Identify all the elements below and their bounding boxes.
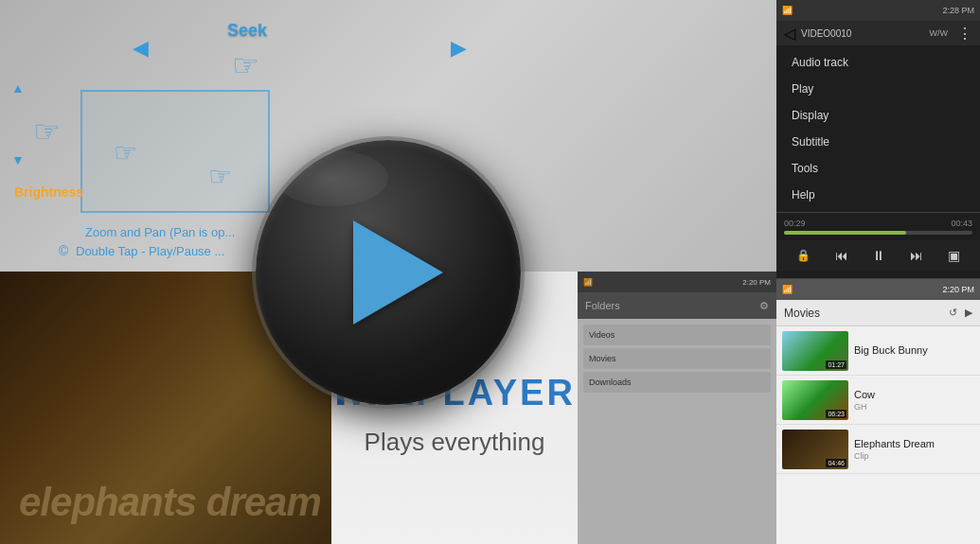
folders-header: Folders ⚙ [578,292,776,319]
play-circle[interactable] [256,140,521,405]
cow-name: Cow [854,389,974,400]
folders-screen: 📶 2:20 PM Folders ⚙ Videos Movies Downlo… [578,272,776,544]
sidebar-bottom-status-bar: 📶 2:20 PM [776,279,980,300]
elephant-duration: 04:46 [826,459,846,467]
elephant-name: Elephants Dream [854,438,974,449]
more-icon[interactable]: ⋮ [957,25,972,43]
play-button-container[interactable] [256,140,521,405]
screen-icon[interactable]: ▣ [948,248,960,263]
sidebar-time: 2:28 PM [942,6,974,15]
audio-track-label: Audio track [792,56,848,69]
movie-thumb-elephant: 04:46 [782,430,848,469]
player-controls: 🔒 ⏮ ⏸ ⏭ ▣ [776,240,980,271]
progress-area: 00:29 00:43 [776,212,980,240]
bbb-duration: 01:27 [826,360,846,369]
menu-item-help[interactable]: Help [776,182,980,208]
pause-icon[interactable]: ⏸ [872,248,885,263]
main-container: ▲ ▼ Seek ◀ ▶ ☞ ☞ ☞ ☞ Brightness [0,0,980,544]
double-tap-label: Double Tap - Play/Pause ... [76,244,224,258]
left-area: ▲ ▼ Seek ◀ ▶ ☞ ☞ ☞ ☞ Brightness [0,0,776,544]
copyright-icon: © [59,243,68,258]
folder-item: Movies [583,348,771,369]
status-icons-top: 📶 [782,6,793,15]
total-time: 00:43 [951,219,972,228]
folder-item: Downloads [583,372,771,393]
cow-duration: 06:23 [826,410,846,418]
movie-item-elephant[interactable]: 04:46 Elephants Dream Clip [776,425,980,474]
movie-thumb-bbb: 01:27 [782,331,848,371]
video-title-bar: ◁ VIDEO0010 W/W ⋮ [776,21,980,45]
zoom-pan-label: Zoom and Pan (Pan is op... [85,225,235,239]
subtitle-label: Subtitle [792,135,829,149]
folders-title: Folders [585,300,620,311]
tagline: Plays everything [365,428,545,457]
prev-icon[interactable]: ⏮ [835,248,848,263]
progress-bar-bg[interactable] [784,231,972,235]
folder-item: Videos [583,325,771,345]
tools-label: Tools [792,162,818,175]
zoom-hand2-icon: ☞ [208,161,232,192]
movie-item-bbb[interactable]: 01:27 Big Buck Bunny [776,326,980,376]
folders-status-bar: 📶 2:20 PM [578,272,776,292]
menu-item-audio-track[interactable]: Audio track [776,49,980,76]
current-time: 00:29 [784,219,806,228]
gesture-box [80,90,270,213]
play-all-icon[interactable]: ▶ [965,307,972,319]
brightness-hand-icon: ☞ [33,114,61,149]
movies-header: Movies ↺ ▶ [776,300,980,326]
lock-icon[interactable]: 🔒 [796,249,811,262]
brightness-arrows: ▲ ▼ [11,80,25,167]
movie-item-cow[interactable]: 06:23 Cow GH [776,376,980,425]
sidebar-movies: 📶 2:20 PM Movies ↺ ▶ 01:27 Big Buck Bunn… [776,279,980,544]
seek-arrows: ◀ ▶ [133,36,495,61]
help-label: Help [792,188,815,202]
settings-icon[interactable]: ⚙ [759,300,769,312]
display-label: Display [792,109,829,122]
back-icon[interactable]: ◁ [784,25,795,43]
sidebar-video-menu: 📶 2:28 PM ◁ VIDEO0010 W/W ⋮ Audio track … [776,0,980,279]
right-sidebar: 📶 2:28 PM ◁ VIDEO0010 W/W ⋮ Audio track … [776,0,980,544]
play-label: Play [792,82,813,96]
menu-item-display[interactable]: Display [776,102,980,129]
sidebar-status-bar: 📶 2:28 PM [776,0,980,21]
menu-item-subtitle[interactable]: Subtitle [776,129,980,155]
movie-info-cow: Cow GH [854,389,974,412]
movie-info-bbb: Big Buck Bunny [854,344,974,358]
movie-thumb-cow: 06:23 [782,380,848,420]
seek-hand-icon: ☞ [232,47,259,83]
status-icons: 📶 [583,278,593,287]
progress-bar-fill [784,231,906,235]
bottom-time: 2:20 PM [942,285,974,294]
play-triangle-icon [353,220,443,325]
movies-header-icons: ↺ ▶ [949,307,972,319]
zoom-hand1-icon: ☞ [114,137,137,168]
progress-labels: 00:29 00:43 [784,219,972,228]
refresh-icon[interactable]: ↺ [949,307,957,319]
elephant-text: elephants dream [19,480,321,525]
menu-items-list: Audio track Play Display Subtitle Tools … [776,45,980,212]
next-icon[interactable]: ⏭ [910,248,923,263]
bbb-name: Big Buck Bunny [854,344,974,356]
elephant-meta: Clip [854,451,974,461]
movie-info-elephant: Elephants Dream Clip [854,438,974,461]
menu-item-play[interactable]: Play [776,76,980,102]
nav-label: W/W [930,28,949,38]
brightness-label: Brightness [14,184,83,200]
movies-title: Movies [784,307,820,320]
video-title: VIDEO0010 [801,28,851,39]
folders-time: 2:20 PM [742,278,771,287]
cow-meta: GH [854,402,974,412]
menu-item-tools[interactable]: Tools [776,155,980,182]
bottom-status-icons: 📶 [782,285,793,294]
folders-list: Videos Movies Downloads [578,319,776,401]
folders-bg: 📶 2:20 PM Folders ⚙ Videos Movies Downlo… [578,272,776,544]
